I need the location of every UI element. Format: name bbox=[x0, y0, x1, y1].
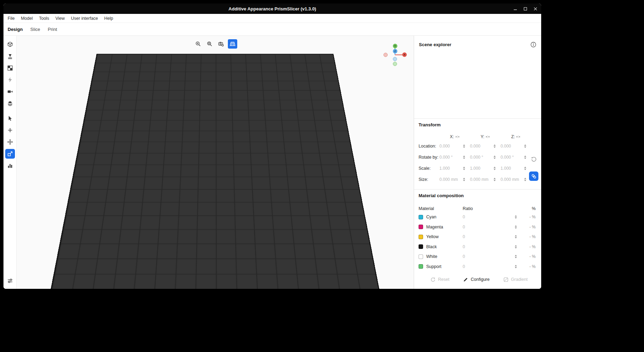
location-x-field[interactable]: 0.000 bbox=[439, 144, 466, 149]
mirror-z-icon[interactable] bbox=[516, 135, 520, 139]
perspective-view-button[interactable] bbox=[228, 39, 237, 49]
size-z-field[interactable]: 0.000 mm bbox=[501, 177, 527, 182]
axis-x-handle[interactable]: X bbox=[402, 52, 407, 57]
viewport-3d[interactable]: Y Z X bbox=[17, 36, 414, 289]
mirror-y-icon[interactable] bbox=[486, 135, 490, 139]
size-x-field[interactable]: 0.000 mm bbox=[439, 177, 466, 182]
perspective-grid-icon bbox=[230, 41, 236, 47]
cyan-ratio-stepper[interactable] bbox=[514, 215, 518, 219]
rotate-z-stepper[interactable] bbox=[523, 156, 527, 159]
size-y-stepper[interactable] bbox=[493, 178, 496, 181]
yellow-ratio-stepper[interactable] bbox=[514, 235, 518, 238]
app-window: Additive Appearance PrismSlicer (v1.3.0)… bbox=[3, 3, 541, 289]
preferences-button[interactable] bbox=[5, 276, 15, 286]
maximize-button[interactable] bbox=[520, 3, 530, 14]
close-button[interactable] bbox=[530, 3, 540, 14]
axis-z-handle[interactable]: Z bbox=[393, 49, 397, 53]
scale-z-stepper[interactable] bbox=[523, 167, 527, 170]
tab-print[interactable]: Print bbox=[48, 27, 57, 32]
add-tool-button[interactable] bbox=[5, 125, 15, 135]
menu-file[interactable]: File bbox=[5, 14, 18, 23]
build-plate[interactable] bbox=[17, 54, 414, 289]
location-z-stepper[interactable] bbox=[523, 144, 527, 148]
scale-tool-button[interactable] bbox=[5, 149, 15, 159]
quick-slice-button[interactable] bbox=[5, 75, 15, 85]
size-z-stepper[interactable] bbox=[523, 178, 527, 181]
menu-view[interactable]: View bbox=[52, 14, 68, 23]
tab-design[interactable]: Design bbox=[8, 27, 23, 32]
scene-explorer-list[interactable] bbox=[414, 53, 541, 118]
transform-section: Transform X: Y: Z: Location: 0.000 0.000… bbox=[414, 119, 541, 189]
rotate-x-stepper[interactable] bbox=[462, 156, 466, 159]
scale-x-field[interactable]: 1.000 bbox=[439, 166, 466, 171]
layers-button[interactable] bbox=[5, 99, 15, 108]
configure-button[interactable]: Configure bbox=[463, 277, 489, 282]
axis-neg-x-handle[interactable] bbox=[383, 53, 388, 57]
mirror-x-icon[interactable] bbox=[455, 135, 460, 139]
support-ratio-field[interactable]: 0 bbox=[463, 264, 518, 269]
zoom-selection-button[interactable] bbox=[205, 39, 214, 49]
scale-y-value: 1.000 bbox=[470, 166, 493, 171]
scale-y-field[interactable]: 1.000 bbox=[470, 166, 496, 171]
menu-user-interface[interactable]: User interface bbox=[68, 14, 101, 23]
material-composition-title: Material composition bbox=[419, 193, 537, 198]
cyan-ratio-field[interactable]: 0 bbox=[463, 215, 518, 219]
location-z-field[interactable]: 0.000 bbox=[501, 144, 527, 149]
size-x-stepper[interactable] bbox=[462, 178, 466, 181]
gradient-button[interactable]: Gradient bbox=[503, 277, 528, 282]
menu-help[interactable]: Help bbox=[101, 14, 116, 23]
black-ratio-field[interactable]: 0 bbox=[463, 244, 518, 249]
scale-y-stepper[interactable] bbox=[493, 167, 496, 170]
rotate-z-field[interactable]: 0.000 ° bbox=[501, 155, 527, 160]
statistics-button[interactable] bbox=[5, 161, 15, 170]
menu-model[interactable]: Model bbox=[18, 14, 36, 23]
uniform-scale-link-button[interactable] bbox=[529, 171, 538, 181]
rotate-y-stepper[interactable] bbox=[493, 156, 496, 159]
camera-settings-button[interactable] bbox=[216, 39, 226, 49]
axis-neg-y-handle[interactable] bbox=[393, 62, 397, 66]
move-tool-button[interactable] bbox=[5, 137, 15, 147]
info-icon[interactable] bbox=[530, 42, 536, 48]
location-label: Location: bbox=[419, 144, 439, 149]
select-tool-button[interactable] bbox=[5, 114, 15, 123]
magenta-ratio-field[interactable]: 0 bbox=[463, 225, 518, 229]
location-x-stepper[interactable] bbox=[462, 144, 466, 148]
menu-tools[interactable]: Tools bbox=[36, 14, 52, 23]
scale-z-field[interactable]: 1.000 bbox=[501, 166, 527, 171]
axis-y-handle[interactable]: Y bbox=[393, 44, 397, 48]
reset-button[interactable]: Reset bbox=[430, 277, 449, 282]
reset-button-label: Reset bbox=[438, 277, 449, 282]
scale-x-stepper[interactable] bbox=[462, 167, 466, 170]
rotate-x-field[interactable]: 0.000 ° bbox=[439, 155, 466, 160]
axis-header-y: Y: bbox=[481, 134, 485, 139]
bar-chart-icon bbox=[7, 162, 13, 169]
rotate-reset-button[interactable] bbox=[531, 156, 537, 164]
transform-title: Transform bbox=[419, 122, 537, 127]
magenta-ratio-stepper[interactable] bbox=[514, 225, 518, 229]
white-ratio-field[interactable]: 0 bbox=[463, 254, 518, 259]
black-ratio-stepper[interactable] bbox=[514, 245, 518, 249]
transform-row-rotate: Rotate by: 0.000 ° 0.000 ° 0.000 ° bbox=[419, 152, 537, 163]
print-model-button[interactable] bbox=[5, 51, 15, 61]
white-ratio-stepper[interactable] bbox=[514, 255, 518, 258]
build-plate-button[interactable] bbox=[5, 63, 15, 73]
support-ratio-stepper[interactable] bbox=[514, 265, 518, 268]
rotate-y-field[interactable]: 0.000 ° bbox=[470, 155, 496, 160]
checkerboard-icon bbox=[7, 65, 13, 71]
axis-neg-z-handle[interactable] bbox=[393, 57, 397, 61]
yellow-ratio-field[interactable]: 0 bbox=[463, 234, 518, 239]
cyan-ratio-value: 0 bbox=[463, 215, 465, 219]
white-swatch bbox=[419, 254, 423, 259]
tab-slice[interactable]: Slice bbox=[30, 27, 40, 32]
minimize-button[interactable] bbox=[510, 3, 520, 14]
camera-view-button[interactable] bbox=[5, 87, 15, 97]
add-model-button[interactable] bbox=[5, 40, 15, 49]
size-y-field[interactable]: 0.000 mm bbox=[470, 177, 496, 182]
location-y-value: 0.000 bbox=[470, 144, 493, 149]
close-icon bbox=[534, 7, 537, 11]
transform-row-location: Location: 0.000 0.000 0.000 bbox=[419, 141, 537, 152]
location-y-stepper[interactable] bbox=[493, 144, 496, 148]
zoom-to-fit-button[interactable] bbox=[193, 39, 203, 49]
axis-gizmo[interactable]: Y Z X bbox=[383, 43, 407, 67]
location-y-field[interactable]: 0.000 bbox=[470, 144, 496, 149]
